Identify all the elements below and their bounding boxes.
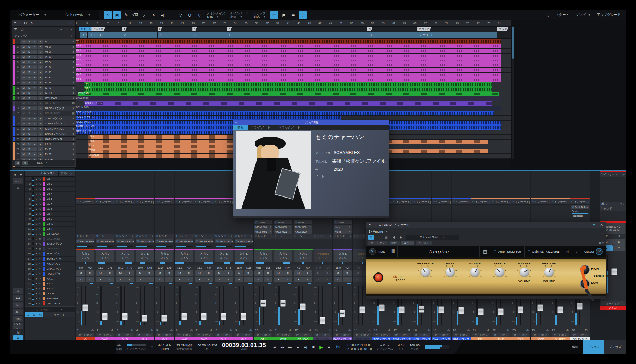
record-arm-button[interactable]: ● (235, 277, 243, 282)
remove-marker-icon[interactable]: − (65, 28, 67, 31)
monitor-dot-icon[interactable]: ● (34, 233, 38, 235)
marker-flag[interactable]: A (122, 27, 127, 31)
record-arm-button[interactable]: ● (32, 86, 37, 90)
solo-button[interactable]: S (323, 270, 332, 276)
solo-button[interactable]: S (26, 142, 32, 146)
inserts-header[interactable]: ⏻インサート|+ (135, 199, 154, 205)
solo-button[interactable]: S (125, 270, 134, 276)
sends-header[interactable]: ⏻センド+ (155, 234, 174, 239)
track-header[interactable]: 1MS●◐Voıllı (13, 39, 76, 45)
mute-button[interactable]: M (21, 60, 26, 64)
marker-flag[interactable]: スタート (79, 27, 93, 31)
record-arm-button[interactable]: ● (334, 277, 342, 282)
fader-handle[interactable] (221, 313, 226, 320)
solo-button[interactable]: S (224, 270, 233, 276)
insert-slot[interactable]: 4x12 M65▼ (254, 229, 272, 234)
insert-slot-row[interactable]: 1 - Ampire ▼ (366, 228, 606, 234)
track-name[interactable]: Vo (43, 39, 70, 44)
automation-mode-button[interactable]: オート:オフ (532, 333, 549, 337)
solo-button[interactable]: S (26, 96, 32, 100)
pin-icon[interactable]: ⚑ (593, 223, 595, 227)
split-tool-icon[interactable]: ∕ (140, 11, 149, 19)
insert-slot[interactable]: 4x12 M65▼ (274, 229, 292, 234)
volume-value[interactable]: -16.0 (214, 265, 224, 270)
io-box[interactable]: Presenceメイン (314, 250, 332, 262)
inserts-header[interactable]: ⏻インサート|+ (412, 199, 431, 205)
audio-clip[interactable]: Vo 4 (76, 54, 501, 58)
track-name[interactable]: GT R (43, 90, 70, 95)
sends-header[interactable]: ⏻センド+ (333, 234, 352, 239)
metronome-controls[interactable]: ● ⚙ ▲メトロノーム (377, 344, 393, 351)
track-name[interactable]: Vo 3 (43, 49, 70, 54)
post-header[interactable]: ポスト▼ + (600, 202, 625, 206)
mute-button[interactable]: M (21, 70, 26, 75)
monitor-button[interactable]: ◐ (38, 96, 43, 100)
record-arm-button[interactable]: ● (32, 137, 37, 141)
macro-slider[interactable] (572, 213, 588, 214)
record-arm-button[interactable]: ● (294, 277, 303, 282)
mute-button[interactable]: M (21, 65, 26, 70)
insert-slot[interactable]: 4x12 M65▼ (294, 229, 312, 234)
pan-value[interactable]: L85 (264, 265, 273, 270)
monitor-button[interactable]: ◐ (105, 277, 114, 282)
monitor-button[interactable]: ◐ (38, 106, 43, 111)
knob-presence[interactable]: 4628010 (419, 266, 431, 278)
record-arm-button[interactable]: ● (32, 106, 37, 111)
vertical-scrollbar[interactable] (512, 26, 514, 159)
arranger-track[interactable]: イントイントロAABCCアウトロ (76, 32, 511, 38)
automation-mode-button[interactable]: オート:オフ (433, 333, 450, 337)
audio-clip[interactable]: BASS バウンス (84, 101, 492, 106)
mixer-channel-row[interactable]: 24●∿LOOP (25, 291, 75, 296)
track-name[interactable]: Vo 8 (43, 75, 70, 80)
io-box[interactable]: 入力 Lメイン (96, 250, 114, 262)
track-name[interactable]: BASS MIDI (43, 101, 70, 106)
help-button[interactable]: ? (176, 11, 185, 19)
add-insert-icon[interactable]: |+ (529, 200, 530, 204)
field-value[interactable]: 2020 (334, 167, 343, 172)
automation-mode-button[interactable]: オート:オフ (275, 333, 292, 337)
monitor-button[interactable]: ◐ (323, 277, 332, 282)
send-slot[interactable]: ⏻DELAY BUS (76, 239, 94, 243)
mixer-channel-row[interactable]: 20●∿HAT..バウ) (25, 271, 75, 276)
monitor-dot-icon[interactable]: ● (34, 272, 38, 275)
strip-name-label[interactable]: メイン (600, 306, 626, 310)
group-tab[interactable]: グループ (58, 171, 75, 176)
mixer-channel-row[interactable]: 5●∿Vo 5 (25, 196, 75, 201)
monitor-dot-icon[interactable]: ● (34, 183, 38, 185)
record-arm-button[interactable]: ● (116, 277, 125, 282)
return-to-start-button[interactable]: ▸| (302, 345, 309, 350)
rewind-button[interactable]: ◂◂ (279, 345, 286, 350)
mixer-channel-row[interactable]: 4●∿Vo 4 (25, 192, 75, 196)
macro-control[interactable]: Feedback (571, 214, 589, 218)
record-arm-button[interactable]: ● (32, 76, 37, 80)
insert-slot[interactable]: ⏻Beat Delay (571, 205, 589, 209)
send-level-slider[interactable] (216, 246, 232, 247)
monitor-button[interactable]: ◐ (38, 132, 43, 136)
send-slot[interactable]: ⏻DELAY BUS (116, 239, 134, 243)
main-pan-value[interactable]: 0 (613, 234, 626, 239)
monitor-dot-icon[interactable]: ● (34, 292, 38, 295)
fader-track[interactable] (362, 286, 363, 325)
fader-handle[interactable] (478, 308, 484, 315)
automation-mode-button[interactable]: オート:オフ (314, 333, 331, 337)
marker-flag[interactable]: B (192, 27, 197, 31)
fader-handle[interactable] (241, 313, 246, 320)
solo-button[interactable]: S (26, 76, 32, 80)
arranger-section[interactable]: A (122, 32, 158, 38)
track-header[interactable]: 10MS●◐GT Lıllı (13, 86, 76, 91)
record-arm-button[interactable]: ● (314, 277, 323, 282)
track-setup-icon[interactable]: ☲ (63, 21, 66, 25)
mixer-channel-row[interactable]: 1●∿Vo (25, 177, 75, 182)
external-button[interactable]: 外部 (13, 316, 23, 322)
insert-slot[interactable]: ⏻Tuner (254, 220, 272, 224)
mute-button[interactable]: M (195, 270, 204, 276)
solo-button[interactable]: S (26, 101, 32, 105)
monitor-button[interactable]: ◐ (38, 91, 43, 95)
add-insert-icon[interactable]: |+ (588, 200, 590, 204)
automation-mode-button[interactable]: オート:オフ (601, 301, 625, 305)
monitor-dot-icon[interactable]: ● (34, 287, 38, 290)
mute-button[interactable]: M (21, 142, 26, 146)
sends-header[interactable]: ⏻センド+ (313, 234, 332, 239)
volume-value[interactable]: -16.0 (175, 265, 184, 270)
add-insert-icon[interactable]: |+ (410, 200, 412, 204)
